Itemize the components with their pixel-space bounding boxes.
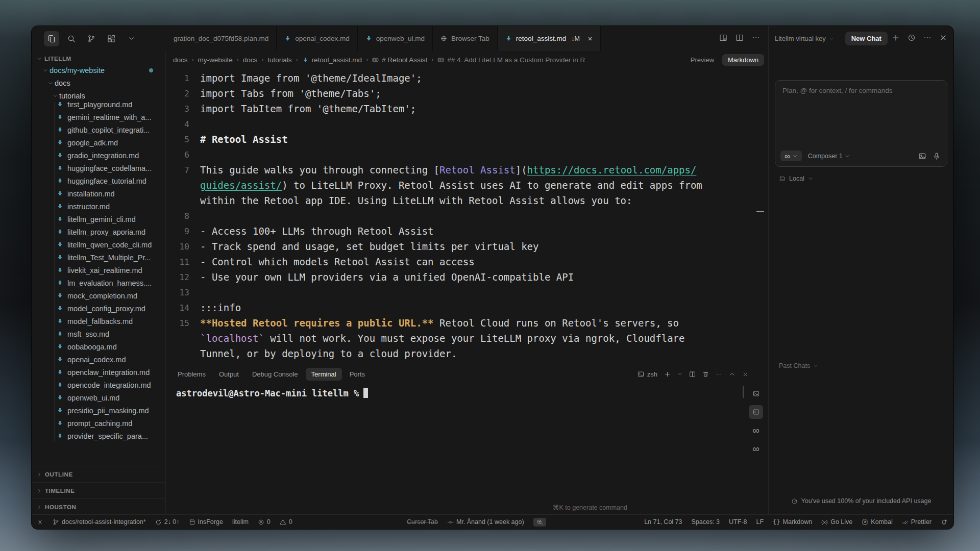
status-item-item[interactable]: [941, 519, 947, 525]
status-item-0[interactable]: 0: [258, 518, 271, 525]
file-item-gemini-realtime-with-a[interactable]: gemini_realtime_with_a...: [32, 111, 165, 123]
file-item-openai-codex-md[interactable]: openai_codex.md: [32, 353, 165, 366]
panel-tab-terminal[interactable]: Terminal: [306, 368, 342, 381]
tab-gration-doc-d075fd58-plan-md[interactable]: gration_doc_d075fd58.plan.md: [166, 26, 277, 51]
status-item-0[interactable]: 0: [280, 518, 292, 525]
sidebar-section-outline[interactable]: OUTLINE: [32, 466, 165, 482]
file-item-model-fallbacks-md[interactable]: model_fallbacks.md: [32, 315, 165, 328]
status-item-markdown[interactable]: {}Markdown: [773, 518, 812, 525]
activity-search-button[interactable]: [64, 31, 79, 46]
file-item-mock-completion-md[interactable]: mock_completion.md: [32, 289, 165, 302]
file-item-msft-sso-md[interactable]: msft_sso.md: [32, 328, 165, 340]
more-button[interactable]: [752, 34, 760, 44]
terminal-output[interactable]: astrodevil@Astro-Mac-mini litellm %: [166, 384, 768, 398]
file-item-prompt-caching-md[interactable]: prompt_caching.md: [32, 417, 165, 430]
terminal-session-infinity[interactable]: ∞: [749, 423, 763, 437]
file-item-openclaw-integration-md[interactable]: openclaw_integration.md: [32, 366, 165, 379]
sidebar-section-timeline[interactable]: TIMELINE: [32, 482, 165, 498]
more-button[interactable]: [716, 371, 722, 378]
file-item-openweb-ui-md[interactable]: openweb_ui.md: [32, 391, 165, 404]
plus-button[interactable]: [664, 371, 671, 378]
plus-button[interactable]: [892, 34, 900, 44]
terminal-session-infinity[interactable]: ∞: [749, 442, 763, 456]
file-item-provider-specific-para[interactable]: provider_specific_para...: [32, 430, 165, 442]
tab-openweb-ui-md[interactable]: openweb_ui.md: [358, 26, 433, 51]
file-item-lm-evaluation-harness[interactable]: lm_evaluation_harness....: [32, 277, 165, 289]
split-search-button[interactable]: [719, 34, 727, 44]
file-item-litellm-test-multiple-pr[interactable]: litellm_Test_Multiple_Pr...: [32, 251, 165, 264]
file-item-litellm-gemini-cli-md[interactable]: litellm_gemini_cli.md: [32, 213, 165, 226]
status-item-lf[interactable]: LF: [756, 518, 764, 525]
file-item-model-config-proxy-md[interactable]: model_config_proxy.md: [32, 302, 165, 315]
new-chat-tab[interactable]: New Chat: [845, 32, 888, 45]
file-item-instructor-md[interactable]: instructor.md: [32, 200, 165, 213]
image-icon[interactable]: [918, 152, 926, 160]
model-selector[interactable]: ∞: [780, 151, 802, 161]
breadcrumb-item-docs[interactable]: docs: [243, 56, 258, 64]
breadcrumb-item-my-website[interactable]: my-website: [198, 56, 233, 64]
tab-openai-codex-md[interactable]: openai_codex.md: [277, 26, 358, 51]
tree-item-docs[interactable]: docs: [32, 77, 165, 89]
status-item-utf-8[interactable]: UTF-8: [729, 518, 747, 525]
status-item-prettier[interactable]: Prettier: [902, 518, 932, 525]
trash-button[interactable]: [702, 371, 709, 378]
file-item-github-copilot-integrati[interactable]: github_copilot_integrati...: [32, 123, 165, 136]
tree-item-workspace[interactable]: docs/my-website: [32, 64, 165, 77]
markdown-mode-button[interactable]: Markdown: [722, 54, 764, 66]
file-item-litellm-qwen-code-cli-md[interactable]: litellm_qwen_code_cli.md: [32, 238, 165, 251]
zsh-button[interactable]: zsh: [638, 370, 657, 378]
chevron-down-button[interactable]: [677, 371, 682, 377]
panel-tab-ports[interactable]: Ports: [344, 368, 371, 381]
status-item-ln-71-col-73[interactable]: Ln 71, Col 73: [644, 518, 682, 525]
file-item-litellm-proxy-aporia-md[interactable]: litellm_proxy_aporia.md: [32, 226, 165, 238]
preview-button[interactable]: Preview: [691, 56, 714, 64]
status-item-docs-retool-assist-integration[interactable]: docs/retool-assist-integration*: [53, 518, 146, 525]
status-item-cursor-tab[interactable]: Cursor Tab: [407, 518, 438, 525]
more-button[interactable]: [923, 34, 932, 44]
tree-item-tutorials[interactable]: tutorials: [32, 89, 165, 102]
composer-mode-selector[interactable]: Composer 1: [808, 153, 850, 160]
status-item-kombai[interactable]: Kombai: [862, 518, 892, 525]
file-item-first-playground-md[interactable]: first_playground.md: [32, 102, 165, 111]
activity-git-branch-button[interactable]: [84, 31, 99, 46]
file-item-google-adk-md[interactable]: google_adk.md: [32, 136, 165, 149]
breadcrumb-item-retool-assist[interactable]: # Retool Assist: [372, 56, 427, 64]
activity-extensions-button[interactable]: [104, 31, 119, 46]
split-button[interactable]: [689, 371, 696, 378]
breadcrumb-item-4-add-litellm-as-a-custom-provider-in-r[interactable]: ## 4. Add LiteLLM as a Custom Provider i…: [437, 56, 585, 64]
file-item-huggingface-tutorial-md[interactable]: huggingface_tutorial.md: [32, 174, 165, 187]
code-editor[interactable]: 1import Image from '@theme/IdealImage';2…: [166, 68, 768, 364]
past-chats-toggle[interactable]: Past Chats: [779, 362, 818, 369]
mic-icon[interactable]: [933, 152, 941, 160]
breadcrumb-item-docs[interactable]: docs: [173, 56, 188, 64]
file-item-livekit-xai-realtime-md[interactable]: livekit_xai_realtime.md: [32, 264, 165, 277]
status-item-mr-nand-1-week-ago[interactable]: Mr. Ånand (1 week ago): [447, 518, 524, 525]
file-item-presidio-pii-masking-md[interactable]: presidio_pii_masking.md: [32, 404, 165, 417]
terminal-scrollbar[interactable]: [743, 386, 744, 398]
project-section-header[interactable]: LITELLM: [32, 51, 165, 64]
status-item-litellm[interactable]: litellm: [232, 518, 249, 525]
panel-tab-output[interactable]: Output: [213, 368, 244, 381]
file-item-huggingface-codellama[interactable]: huggingface_codellama...: [32, 162, 165, 174]
chevron-up-button[interactable]: [729, 371, 736, 378]
panel-tab-debug-console[interactable]: Debug Console: [247, 368, 304, 381]
tab-retool-assist-md[interactable]: retool_assist.md↓M×: [498, 26, 601, 51]
chat-session-tab[interactable]: Litellm virtual key: [775, 35, 826, 42]
terminal-session-terminal[interactable]: [749, 387, 763, 400]
status-item-go-live[interactable]: Go Live: [821, 518, 852, 525]
split-button[interactable]: [736, 34, 744, 44]
file-item-installation-md[interactable]: installation.md: [32, 187, 165, 200]
panel-tab-problems[interactable]: Problems: [172, 368, 211, 381]
breadcrumb-item-retool-assist-md[interactable]: retool_assist.md: [302, 56, 362, 64]
status-item-2-0[interactable]: 2↓ 0↑: [155, 518, 180, 525]
tab-browser-tab[interactable]: Browser Tab: [433, 26, 498, 51]
sidebar-section-houston[interactable]: HOUSTON: [32, 498, 165, 515]
file-item-oobabooga-md[interactable]: oobabooga.md: [32, 340, 165, 353]
breadcrumb-item-tutorials[interactable]: tutorials: [267, 56, 291, 64]
file-item-opencode-integration-md[interactable]: opencode_integration.md: [32, 379, 165, 391]
close-button[interactable]: [939, 34, 947, 44]
activity-files-button[interactable]: [44, 31, 59, 46]
clock-button[interactable]: [908, 34, 916, 44]
status-item-item[interactable]: [533, 518, 546, 527]
terminal-session-terminal[interactable]: [749, 405, 763, 419]
